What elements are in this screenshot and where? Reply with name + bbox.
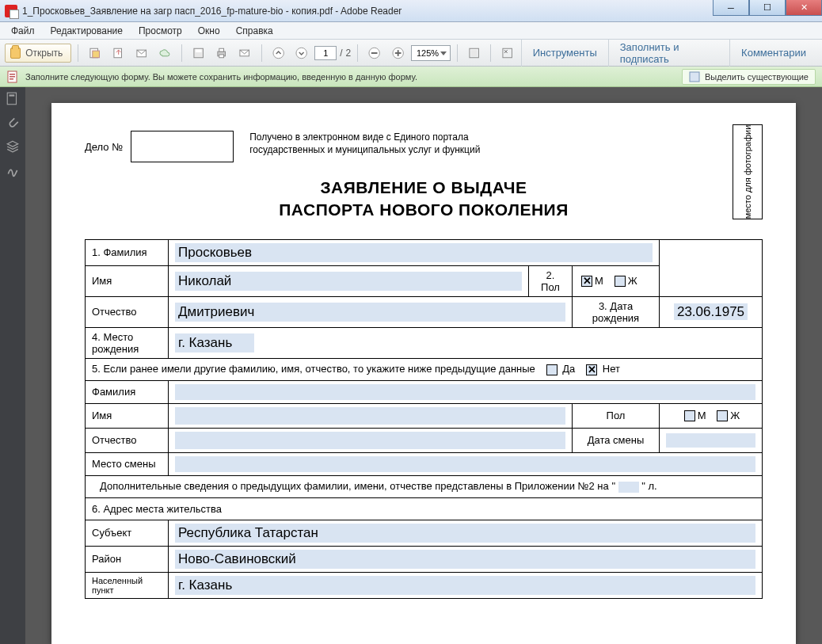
svg-rect-24 [690,72,699,82]
svg-rect-7 [219,48,224,51]
prev-name-label: Имя [86,403,169,428]
side-panel [0,87,25,644]
export-pdf-icon[interactable] [108,44,128,63]
prev-gender-m-checkbox[interactable] [684,410,695,421]
prev-names-question: 5. Если ранее имели другие фамилию, имя,… [86,358,763,380]
photo-label: место для фотографии [743,125,752,219]
change-place-label: Место смены [86,452,169,475]
surname-label: 1. Фамилия [86,239,169,265]
change-place-field[interactable] [175,456,755,472]
page-down-icon[interactable] [291,44,311,63]
read-mode-icon[interactable] [497,44,517,63]
prev-gender-f-checkbox[interactable] [717,410,728,421]
menu-file[interactable]: Файл [3,24,43,38]
zoom-select[interactable]: 125% [411,45,451,61]
delo-label: Дело № [85,141,123,153]
appendix-pages-field[interactable] [618,482,639,493]
name-field[interactable]: Николай [175,272,522,291]
highlight-label: Выделить существующие [705,72,809,82]
save-icon[interactable] [188,44,208,63]
form-icon [6,70,19,83]
delo-field[interactable] [131,131,234,162]
cloud-icon[interactable] [154,44,174,63]
menubar: Файл Редактирование Просмотр Окно Справк… [0,22,822,40]
prev-patr-field[interactable] [175,432,565,449]
patr-label: Отчество [86,296,169,327]
fill-sign-link[interactable]: Заполнить и подписать [608,40,729,67]
page-input[interactable] [314,46,337,60]
prev-no-checkbox[interactable] [586,364,597,375]
svg-rect-21 [10,74,15,75]
open-button[interactable]: Открыть [5,44,71,63]
svg-rect-13 [371,52,378,54]
minimize-button[interactable]: ─ [713,0,749,16]
menu-window[interactable]: Окно [190,24,228,38]
city-field[interactable]: г. Казань [175,576,755,595]
svg-rect-23 [10,78,13,80]
tools-link[interactable]: Инструменты [521,40,608,67]
page-sep: / [340,48,342,59]
signatures-icon[interactable] [6,163,20,177]
raion-field[interactable]: Ново-Савиновский [175,550,755,569]
gender-m-checkbox[interactable] [581,276,592,287]
pob-label: 4. Место рождения [86,327,169,358]
page-up-icon[interactable] [268,44,288,63]
change-date-field[interactable] [666,433,755,448]
app-icon [5,5,17,17]
gender-f-checkbox[interactable] [615,276,626,287]
zoom-in-icon[interactable] [388,44,408,63]
surname-field[interactable]: Просковьев [175,243,653,262]
maximize-button[interactable]: ☐ [749,0,786,16]
menu-help[interactable]: Справка [228,24,281,38]
patr-field[interactable]: Дмитриевич [175,303,565,322]
highlight-fields-button[interactable]: Выделить существующие [682,69,816,85]
document-area[interactable]: Дело № Получено в электронном виде с Еди… [25,87,822,644]
raion-label: Район [86,546,169,572]
prev-surname-label: Фамилия [86,380,169,403]
doc-title: ЗАЯВЛЕНИЕ О ВЫДАЧЕ ПАСПОРТА НОВОГО ПОКОЛ… [85,177,763,222]
svg-point-11 [296,48,306,58]
attachments-icon[interactable] [6,116,20,130]
print-icon[interactable] [211,44,231,63]
close-button[interactable]: ✕ [786,0,822,16]
layers-icon[interactable] [6,139,20,154]
menu-edit[interactable]: Редактирование [43,24,131,38]
change-date-label: Дата смены [573,428,660,452]
create-pdf-icon[interactable] [85,44,105,63]
zoom-out-icon[interactable] [364,44,384,63]
open-label: Открыть [25,48,63,59]
gender-label: 2. Пол [529,265,573,296]
folder-icon [10,48,21,59]
thumbnails-icon[interactable] [6,92,20,106]
svg-rect-22 [10,76,15,78]
subject-label: Субъект [86,520,169,546]
svg-point-10 [273,48,284,58]
appendix-row: Дополнительные сведения о предыдущих фам… [86,475,763,497]
address-header: 6. Адрес места жительства [86,497,763,520]
prev-name-field[interactable] [175,407,565,425]
send-icon[interactable] [131,44,151,63]
subject-field[interactable]: Республика Татарстан [175,524,755,543]
comment-link[interactable]: Комментарии [729,40,817,67]
dob-field[interactable]: 23.06.1975 [674,303,748,320]
mail-icon[interactable] [234,44,254,63]
photo-placeholder: место для фотографии [733,124,763,219]
gender-cell: М Ж [573,265,660,296]
titlebar: 1_Просковьев_Заявление на загр пасп_2016… [0,0,822,22]
city-label: Населенный пункт [86,572,169,598]
svg-rect-25 [7,93,16,105]
svg-rect-1 [93,51,100,58]
fit-width-icon[interactable] [464,44,484,63]
zoom-value: 125% [417,48,439,58]
prev-gender-label: Пол [573,403,660,428]
svg-rect-16 [397,50,398,56]
prev-patr-label: Отчество [86,428,169,452]
prev-surname-field[interactable] [175,384,755,400]
svg-rect-5 [195,49,201,52]
toolbar: Открыть / 2 125% Инструменты Заполнить и… [0,40,822,67]
menu-view[interactable]: Просмотр [131,24,190,38]
pob-field[interactable]: г. Казань [175,333,254,352]
prev-yes-checkbox[interactable] [546,364,558,375]
svg-rect-26 [10,94,15,96]
pdf-page: Дело № Получено в электронном виде с Еди… [51,103,796,644]
